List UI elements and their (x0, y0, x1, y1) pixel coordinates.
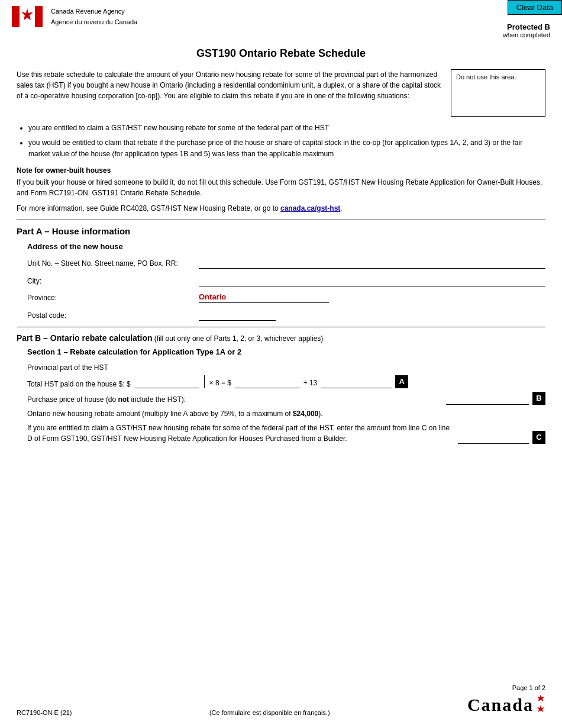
svg-rect-1 (35, 6, 43, 27)
city-label: City: (27, 277, 193, 286)
address-subtitle: Address of the new house (27, 242, 545, 251)
clear-data-button[interactable]: Clear Data (508, 0, 562, 15)
city-row: City: (27, 275, 545, 286)
note-section: Note for owner-built houses If you built… (17, 166, 545, 198)
letter-b-box: B (532, 392, 545, 405)
part-b-normal: (fill out only one of Parts 1, 2, or 3, … (153, 334, 324, 343)
hst-div-result-input[interactable] (321, 376, 392, 388)
unit-street-row: Unit No. – Street No. Street name, PO Bo… (27, 257, 545, 269)
section-divider-1 (17, 220, 545, 220)
section1-title: Section 1 – Rebate calculation for Appli… (27, 347, 545, 356)
agency-french: Agence du revenu du Canada (51, 17, 137, 27)
postal-code-label: Postal code: (27, 311, 193, 321)
purchase-price-row: Purchase price of house (do not include … (27, 392, 545, 405)
bullet-item-1: you are entitled to claim a GST/HST new … (28, 123, 545, 134)
canada-wordmark: Canada (467, 694, 545, 716)
footer-form-code: RC7190-ON E (21) (17, 709, 72, 716)
when-completed-label: when completed (503, 31, 550, 38)
part-a-title: Part A – House information (17, 226, 545, 236)
info-text-before: For more information, see Guide RC4028, … (17, 204, 280, 212)
note-text: If you built your house or hired someone… (17, 177, 545, 198)
footer-center-text: (Ce formulaire est disponible en françai… (209, 709, 330, 716)
footer: RC7190-ON E (21) (Ce formulaire est disp… (17, 684, 545, 716)
footer-page-info: Page 1 of 2 (467, 684, 545, 691)
line-c-text: If you are entitled to claim a GST/HST n… (27, 423, 454, 444)
header-left: Canada Revenue Agency Agence du revenu d… (12, 6, 137, 27)
agency-english: Canada Revenue Agency (51, 7, 137, 17)
purchase-price-text: Purchase price of house (do not include … (27, 394, 443, 405)
note-title: Note for owner-built houses (17, 166, 545, 175)
section-divider-2 (17, 327, 545, 327)
letter-c-box: C (532, 431, 545, 444)
header: Canada Revenue Agency Agence du revenu d… (0, 0, 562, 41)
svg-marker-5 (537, 705, 544, 712)
hst-times-result-input[interactable] (235, 376, 300, 388)
info-link-row: For more information, see Guide RC4028, … (17, 203, 545, 214)
intro-text: Use this rebate schedule to calculate th… (17, 69, 441, 117)
postal-code-row: Postal code: (27, 309, 545, 321)
part-b-title: Part B – Ontario rebate calculation (fil… (17, 333, 545, 343)
line-c-row: If you are entitled to claim a GST/HST n… (27, 423, 545, 444)
hst-row-label: Total HST paid on the house $: $ (27, 380, 131, 388)
unit-street-label: Unit No. – Street No. Street name, PO Bo… (27, 259, 193, 269)
intro-section: Use this rebate schedule to calculate th… (17, 69, 545, 117)
part-b-bold: Part B – Ontario rebate calculation (17, 333, 153, 343)
provincial-hst-label: Provincial part of the HST (27, 362, 545, 373)
info-link[interactable]: canada.ca/gst-hst (280, 204, 340, 212)
svg-rect-0 (12, 6, 20, 27)
header-right: Protected B when completed (503, 22, 550, 38)
info-text-after: . (340, 204, 342, 212)
svg-marker-4 (537, 694, 544, 701)
protected-b-label: Protected B (503, 22, 550, 31)
city-input[interactable] (199, 275, 545, 286)
canada-wordmark-text: Canada (467, 695, 534, 715)
rebate-amount-note: Ontario new housing rebate amount (multi… (27, 408, 545, 419)
unit-street-input[interactable] (199, 257, 545, 269)
main-content: GST190 Ontario Rebate Schedule Use this … (0, 47, 562, 459)
letter-a-box: A (395, 375, 408, 388)
do-not-use-box: Do not use this area. (451, 69, 545, 117)
canada-flag-icon (12, 6, 43, 27)
bullet-item-2: you would be entitled to claim that reba… (28, 137, 545, 160)
vert-divider-1 (204, 375, 205, 388)
hst-div-label: ÷ 13 (303, 379, 317, 388)
bullet-list: you are entitled to claim a GST/HST new … (28, 123, 545, 160)
purchase-price-input[interactable] (446, 393, 529, 405)
province-label: Province: (27, 294, 193, 303)
form-title: GST190 Ontario Rebate Schedule (17, 47, 545, 60)
line-c-input[interactable] (458, 432, 529, 444)
footer-right: Page 1 of 2 Canada (467, 684, 545, 716)
province-row: Province: Ontario (27, 292, 545, 303)
postal-code-input[interactable] (199, 309, 276, 321)
hst-paid-input[interactable] (134, 376, 199, 388)
agency-text: Canada Revenue Agency Agence du revenu d… (51, 7, 137, 27)
province-value: Ontario (199, 292, 329, 303)
hst-calc-row: Total HST paid on the house $: $ × 8 = $… (27, 375, 545, 388)
hst-times-label: × 8 = $ (209, 379, 231, 388)
